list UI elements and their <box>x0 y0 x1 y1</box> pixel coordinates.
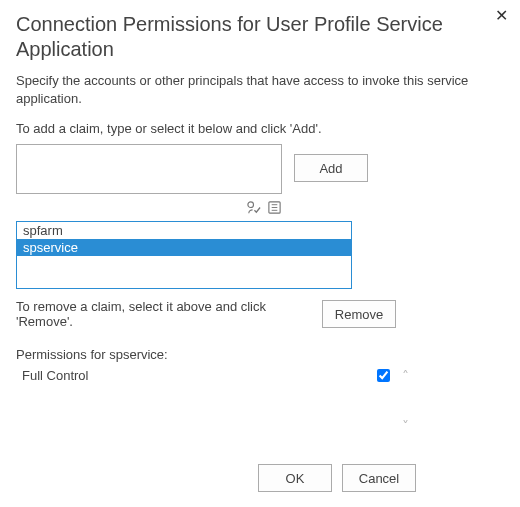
check-names-icon[interactable] <box>246 199 261 215</box>
scroll-up-icon[interactable]: ˄ <box>402 368 409 384</box>
browse-icon[interactable] <box>267 199 282 215</box>
claims-list-item[interactable]: spfarm <box>17 222 351 239</box>
claims-list-item[interactable]: spservice <box>17 239 351 256</box>
permissions-label: Permissions for spservice: <box>16 347 504 362</box>
remove-button[interactable]: Remove <box>322 300 396 328</box>
dialog-description: Specify the accounts or other principals… <box>16 72 504 107</box>
permission-name: Full Control <box>20 368 377 383</box>
scroll-down-icon[interactable]: ˅ <box>402 418 409 434</box>
add-button[interactable]: Add <box>294 154 368 182</box>
dialog-title: Connection Permissions for User Profile … <box>16 12 504 62</box>
permissions-list: Full Control <box>16 366 394 385</box>
ok-button[interactable]: OK <box>258 464 332 492</box>
close-icon[interactable]: ✕ <box>495 8 508 24</box>
permission-checkbox[interactable] <box>377 369 390 382</box>
add-instruction: To add a claim, type or select it below … <box>16 121 504 136</box>
remove-instruction: To remove a claim, select it above and c… <box>16 299 310 329</box>
svg-point-0 <box>248 202 254 208</box>
permission-item: Full Control <box>20 368 390 383</box>
claim-input[interactable] <box>16 144 282 194</box>
cancel-button[interactable]: Cancel <box>342 464 416 492</box>
claims-listbox[interactable]: spfarmspservice <box>16 221 352 289</box>
